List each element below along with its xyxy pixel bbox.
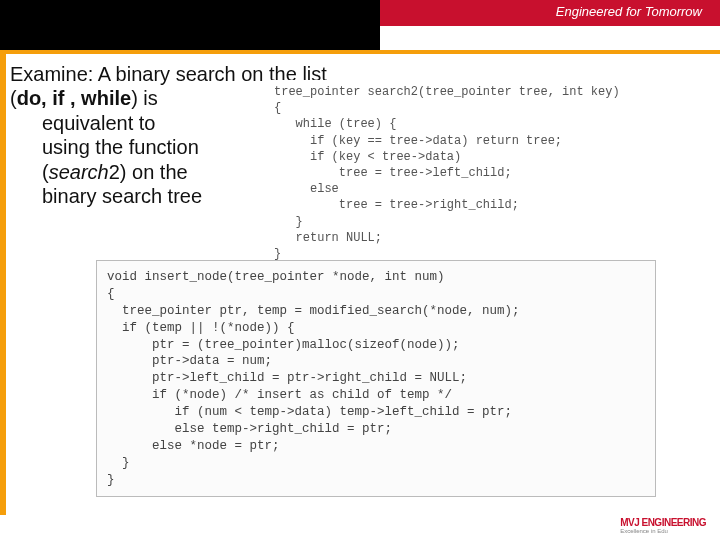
l4-pre: (	[42, 161, 49, 183]
l1-post: ) is	[131, 87, 158, 109]
l4-italic: search	[49, 161, 109, 183]
code-block-insert-node: void insert_node(tree_pointer *node, int…	[96, 260, 656, 497]
footer-sub: Excellence in Edu	[620, 528, 706, 534]
l1-bold: do, if , while	[17, 87, 131, 109]
banner-tagline: Engineered for Tomorrow	[556, 4, 702, 19]
title-block	[0, 0, 380, 50]
l4-post: 2) on the	[109, 161, 188, 183]
footer-logo: MVJ ENGINEERING Excellence in Edu	[620, 517, 706, 534]
code-block-search2: tree_pointer search2(tree_pointer tree, …	[268, 80, 708, 266]
orange-side	[0, 50, 6, 515]
orange-rule	[0, 50, 720, 54]
footer-brand: MVJ ENGINEERING	[620, 517, 706, 528]
